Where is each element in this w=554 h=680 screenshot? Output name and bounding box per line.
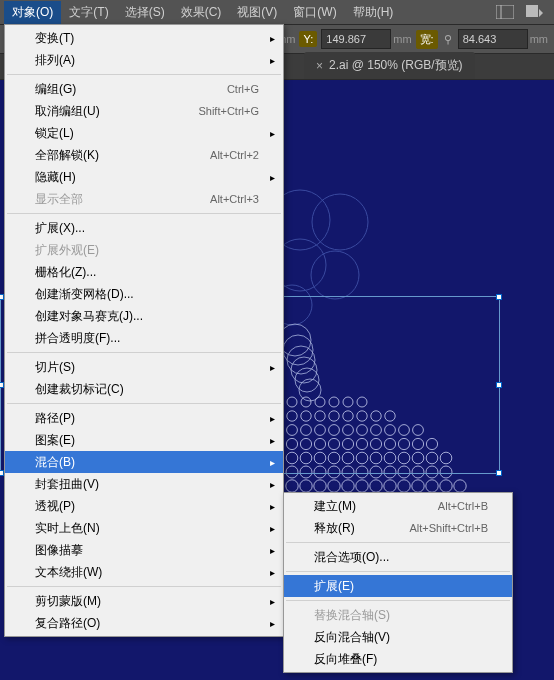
handle-middle-right[interactable] xyxy=(496,382,502,388)
menu-shortcut: Alt+Shift+Ctrl+B xyxy=(409,522,488,534)
object-menu-item-26[interactable]: 图像描摹▸ xyxy=(5,539,283,561)
handle-top-right[interactable] xyxy=(496,294,502,300)
object-menu-item-5[interactable]: 锁定(L)▸ xyxy=(5,122,283,144)
menu-type[interactable]: 文字(T) xyxy=(61,1,116,24)
menu-item-label: 实时上色(N) xyxy=(35,520,259,537)
object-menu-item-6[interactable]: 全部解锁(K)Alt+Ctrl+2 xyxy=(5,144,283,166)
object-menu-item-7[interactable]: 隐藏(H)▸ xyxy=(5,166,283,188)
y-label: Y: xyxy=(299,31,317,47)
object-menu-item-30[interactable]: 复合路径(O)▸ xyxy=(5,612,283,634)
submenu-arrow-icon: ▸ xyxy=(270,479,275,490)
menu-separator xyxy=(286,600,510,601)
menu-separator xyxy=(286,542,510,543)
object-menu-item-17[interactable]: 切片(S)▸ xyxy=(5,356,283,378)
handle-bottom-right[interactable] xyxy=(496,470,502,476)
menu-item-label: 取消编组(U) xyxy=(35,103,198,120)
menu-window[interactable]: 窗口(W) xyxy=(285,1,344,24)
svg-point-77 xyxy=(342,480,354,492)
menu-shortcut: Alt+Ctrl+B xyxy=(438,500,488,512)
menu-shortcut: Ctrl+G xyxy=(227,83,259,95)
layout-icon[interactable] xyxy=(494,3,516,21)
menu-item-label: 剪切蒙版(M) xyxy=(35,593,259,610)
menu-item-label: 文本绕排(W) xyxy=(35,564,259,581)
svg-point-85 xyxy=(454,480,466,492)
menu-item-label: 拼合透明度(F)... xyxy=(35,330,259,347)
close-icon[interactable]: × xyxy=(316,59,323,73)
submenu-arrow-icon: ▸ xyxy=(270,545,275,556)
menu-item-label: 释放(R) xyxy=(314,520,409,537)
link-icon[interactable]: ⚲ xyxy=(442,33,454,46)
blend-menu-item-7: 替换混合轴(S) xyxy=(284,604,512,626)
object-menu-item-25[interactable]: 实时上色(N)▸ xyxy=(5,517,283,539)
submenu-arrow-icon: ▸ xyxy=(270,55,275,66)
svg-point-4 xyxy=(312,194,368,250)
menu-object[interactable]: 对象(O) xyxy=(4,1,61,24)
submenu-arrow-icon: ▸ xyxy=(270,413,275,424)
blend-menu-item-3[interactable]: 混合选项(O)... xyxy=(284,546,512,568)
menu-item-label: 建立(M) xyxy=(314,498,438,515)
y-field-group: mm xyxy=(321,29,411,49)
blend-menu-item-8[interactable]: 反向混合轴(V) xyxy=(284,626,512,648)
object-menu-item-0[interactable]: 变换(T)▸ xyxy=(5,27,283,49)
menu-help[interactable]: 帮助(H) xyxy=(345,1,402,24)
tab-document[interactable]: × 2.ai @ 150% (RGB/预览) xyxy=(304,52,475,79)
menu-effect[interactable]: 效果(C) xyxy=(173,1,230,24)
menu-item-label: 复合路径(O) xyxy=(35,615,259,632)
svg-point-82 xyxy=(412,480,424,492)
object-menu-item-1[interactable]: 排列(A)▸ xyxy=(5,49,283,71)
menu-item-label: 扩展外观(E) xyxy=(35,242,259,259)
object-menu-item-15[interactable]: 拼合透明度(F)... xyxy=(5,327,283,349)
object-menu-item-23[interactable]: 封套扭曲(V)▸ xyxy=(5,473,283,495)
menu-item-label: 显示全部 xyxy=(35,191,210,208)
menu-item-label: 切片(S) xyxy=(35,359,259,376)
submenu-arrow-icon: ▸ xyxy=(270,128,275,139)
object-menu-item-29[interactable]: 剪切蒙版(M)▸ xyxy=(5,590,283,612)
menu-separator xyxy=(7,352,281,353)
object-menu-item-14[interactable]: 创建对象马赛克(J)... xyxy=(5,305,283,327)
object-menu-item-21[interactable]: 图案(E)▸ xyxy=(5,429,283,451)
object-menu-item-22[interactable]: 混合(B)▸ xyxy=(5,451,283,473)
workspace-icon[interactable] xyxy=(524,3,546,21)
menu-item-label: 排列(A) xyxy=(35,52,259,69)
blend-menu-item-5[interactable]: 扩展(E) xyxy=(284,575,512,597)
object-menu-item-13[interactable]: 创建渐变网格(D)... xyxy=(5,283,283,305)
menu-item-label: 图像描摹 xyxy=(35,542,259,559)
submenu-arrow-icon: ▸ xyxy=(270,596,275,607)
menu-item-label: 反向堆叠(F) xyxy=(314,651,488,668)
menu-item-label: 栅格化(Z)... xyxy=(35,264,259,281)
menu-item-label: 编组(G) xyxy=(35,81,227,98)
svg-point-81 xyxy=(398,480,410,492)
object-menu-item-12[interactable]: 栅格化(Z)... xyxy=(5,261,283,283)
object-menu-item-10[interactable]: 扩展(X)... xyxy=(5,217,283,239)
object-menu-item-18[interactable]: 创建裁切标记(C) xyxy=(5,378,283,400)
menu-view[interactable]: 视图(V) xyxy=(229,1,285,24)
menu-item-label: 创建对象马赛克(J)... xyxy=(35,308,259,325)
object-menu-item-4[interactable]: 取消编组(U)Shift+Ctrl+G xyxy=(5,100,283,122)
menu-item-label: 路径(P) xyxy=(35,410,259,427)
menu-item-label: 混合(B) xyxy=(35,454,259,471)
svg-point-80 xyxy=(384,480,396,492)
y-input[interactable] xyxy=(321,29,391,49)
menu-item-label: 反向混合轴(V) xyxy=(314,629,488,646)
blend-submenu: 建立(M)Alt+Ctrl+B释放(R)Alt+Shift+Ctrl+B混合选项… xyxy=(283,492,513,673)
svg-point-83 xyxy=(426,480,438,492)
object-menu-item-3[interactable]: 编组(G)Ctrl+G xyxy=(5,78,283,100)
submenu-arrow-icon: ▸ xyxy=(270,33,275,44)
w-input[interactable] xyxy=(458,29,528,49)
object-menu-item-20[interactable]: 路径(P)▸ xyxy=(5,407,283,429)
blend-menu-item-0[interactable]: 建立(M)Alt+Ctrl+B xyxy=(284,495,512,517)
submenu-arrow-icon: ▸ xyxy=(270,501,275,512)
object-menu-item-27[interactable]: 文本绕排(W)▸ xyxy=(5,561,283,583)
blend-menu-item-9[interactable]: 反向堆叠(F) xyxy=(284,648,512,670)
submenu-arrow-icon: ▸ xyxy=(270,567,275,578)
svg-point-84 xyxy=(440,480,452,492)
svg-point-6 xyxy=(311,251,359,299)
menu-item-label: 创建裁切标记(C) xyxy=(35,381,259,398)
menubar: 对象(O) 文字(T) 选择(S) 效果(C) 视图(V) 窗口(W) 帮助(H… xyxy=(0,0,554,24)
svg-point-73 xyxy=(286,480,298,492)
object-menu-item-11: 扩展外观(E) xyxy=(5,239,283,261)
blend-menu-item-1[interactable]: 释放(R)Alt+Shift+Ctrl+B xyxy=(284,517,512,539)
menu-select[interactable]: 选择(S) xyxy=(117,1,173,24)
menu-shortcut: Shift+Ctrl+G xyxy=(198,105,259,117)
object-menu-item-24[interactable]: 透视(P)▸ xyxy=(5,495,283,517)
